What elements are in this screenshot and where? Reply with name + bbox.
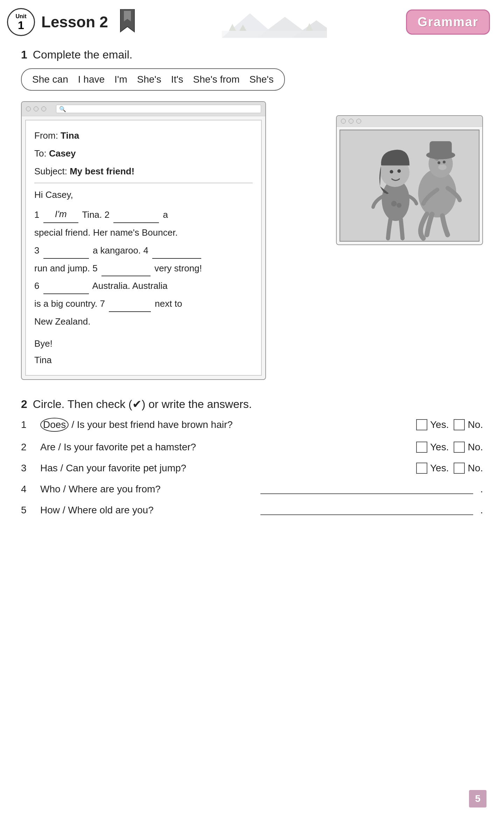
line4-end: very strong! (154, 263, 202, 273)
image-titlebar (337, 116, 482, 127)
image-window (336, 115, 483, 245)
blank-3[interactable] (43, 258, 89, 259)
q3-yes-label[interactable]: Yes. (416, 463, 449, 474)
line1-a: a (163, 209, 168, 220)
q5-slash: / (63, 505, 68, 515)
q2-no-label[interactable]: No. (454, 442, 483, 453)
q1-slash: / (71, 419, 77, 430)
cartoon-image (340, 130, 479, 242)
q1-yes-checkbox[interactable] (416, 419, 427, 430)
q2-yes-label[interactable]: Yes. (416, 442, 449, 453)
line1-tina: Tina. 2 (82, 209, 112, 220)
q1-word1-circled: Does (40, 418, 69, 432)
section1-heading: 1 Complete the email. (21, 48, 483, 61)
q3-no-checkbox[interactable] (454, 463, 465, 474)
svg-point-22 (397, 169, 401, 173)
word-bank-item2: I have (78, 74, 105, 85)
q1-yes-label[interactable]: Yes. (416, 419, 449, 430)
line6-end: next to (155, 298, 182, 309)
email-line4: run and jump. 5 very strong! (34, 260, 253, 277)
blank-2[interactable] (113, 222, 159, 223)
browser-dot3 (41, 106, 46, 111)
q2-yes-checkbox[interactable] (416, 442, 427, 453)
q5-rest: old are you? (100, 505, 154, 515)
q4-answer-line[interactable] (260, 484, 474, 494)
mountain-decoration (143, 6, 406, 38)
q2-word2: Is (64, 442, 71, 452)
email-line6: is a big country. 7 next to (34, 296, 253, 312)
q1-yes-no: Yes. No. (416, 419, 483, 430)
q3-text: Has / Can your favorite pet jump? (40, 463, 402, 474)
q3-yes-no: Yes. No. (416, 463, 483, 474)
q1-no-label[interactable]: No. (454, 419, 483, 430)
browser-search-bar: 🔍 (56, 105, 261, 113)
q3-slash: / (61, 463, 66, 473)
blank-4[interactable] (152, 258, 201, 259)
email-line3: 3 a kangaroo. 4 (34, 242, 253, 259)
q4-rest: are you from? (100, 484, 161, 494)
blank-7[interactable] (109, 311, 151, 312)
q4-word2: Where (69, 484, 97, 494)
q3-word1: Has (40, 463, 58, 473)
q3-no-label[interactable]: No. (454, 463, 483, 474)
section2-number: 2 (21, 398, 27, 411)
q3-rest: your favorite pet jump? (86, 463, 186, 473)
q3-num: 3 (21, 463, 33, 474)
line1-num: 1 (34, 209, 42, 220)
main-content: 1 Complete the email. She can I have I'm… (0, 41, 504, 536)
section2-heading: 2 Circle. Then check (✔) or write the an… (21, 397, 483, 411)
email-subject-value: My best friend! (70, 166, 134, 176)
q3-yes-checkbox[interactable] (416, 463, 427, 474)
q4-slash: / (63, 484, 69, 494)
cartoon-frame (337, 127, 482, 244)
section1-text: Complete the email. (33, 48, 133, 61)
q1-no-text: No. (468, 419, 483, 430)
q5-word1: How (40, 505, 60, 515)
q2-text: Are / Is your favorite pet a hamster? (40, 442, 402, 453)
q2-slash: / (58, 442, 64, 452)
search-icon: 🔍 (59, 106, 66, 112)
question-row-3: 3 Has / Can your favorite pet jump? Yes.… (21, 463, 483, 474)
img-dot1 (341, 119, 346, 124)
email-container: 🔍 From: Tina To: Casey Subject: My best … (21, 101, 483, 380)
browser-dot1 (26, 106, 31, 111)
q2-yes-text: Yes. (430, 442, 449, 453)
q4-text: Who / Where are you from? (40, 484, 253, 495)
blank-6[interactable] (43, 293, 89, 294)
q2-rest: your favorite pet a hamster? (74, 442, 196, 452)
email-line2: special friend. Her name's Bouncer. (34, 224, 253, 241)
section2-text: Circle. Then check (✔) or write the answ… (33, 397, 252, 411)
word-bank: She can I have I'm She's It's She's from… (21, 68, 285, 91)
browser-dot2 (34, 106, 38, 111)
email-bye: Bye! (34, 335, 253, 352)
line6-text: is a big country. 7 (34, 298, 107, 309)
bookmark-icon (119, 9, 136, 35)
word-bank-item1: She can (32, 74, 68, 85)
line3-mid: a kangaroo. 4 (93, 245, 151, 256)
blank-1[interactable]: I'm (43, 206, 78, 223)
svg-rect-5 (222, 31, 327, 38)
svg-point-16 (438, 165, 447, 170)
email-greeting: Hi Casey, (34, 187, 253, 203)
q1-num: 1 (21, 419, 33, 430)
q5-num: 5 (21, 505, 33, 516)
section1-number: 1 (21, 48, 27, 61)
question-row-4: 4 Who / Where are you from? . (21, 484, 483, 495)
svg-point-15 (443, 161, 446, 164)
email-line5: 6 Australia. Australia (34, 278, 253, 294)
svg-point-14 (438, 161, 440, 164)
question-row-1: 1 Does / Is your best friend have brown … (21, 418, 483, 432)
q4-word1: Who (40, 484, 61, 494)
q2-no-checkbox[interactable] (454, 442, 465, 453)
question-row-5: 5 How / Where old are you? . (21, 505, 483, 516)
q5-answer-line[interactable] (260, 505, 474, 515)
blank-5[interactable] (102, 276, 150, 276)
unit-number: 1 (18, 20, 24, 31)
email-subject: Subject: My best friend! (34, 163, 253, 180)
email-from: From: Tina (34, 127, 253, 144)
email-browser-window: 🔍 From: Tina To: Casey Subject: My best … (21, 101, 266, 380)
svg-point-18 (391, 201, 397, 207)
svg-point-19 (397, 203, 401, 208)
email-to-value: Casey (49, 148, 76, 159)
q1-no-checkbox[interactable] (454, 419, 465, 430)
